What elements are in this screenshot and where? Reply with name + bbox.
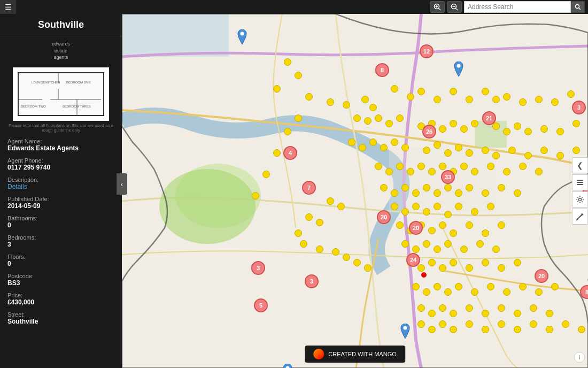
property-marker-yellow[interactable] — [466, 304, 473, 312]
property-marker-yellow[interactable] — [380, 144, 388, 151]
cluster-marker-pink[interactable]: 7 — [302, 181, 316, 195]
property-marker-yellow[interactable] — [423, 184, 430, 191]
location-pin-blue[interactable] — [453, 62, 464, 78]
property-marker-yellow[interactable] — [471, 208, 478, 216]
property-marker-yellow[interactable] — [353, 259, 361, 266]
property-marker-yellow[interactable] — [535, 96, 543, 103]
property-marker-yellow[interactable] — [482, 229, 489, 237]
property-marker-yellow[interactable] — [305, 93, 313, 101]
property-marker-yellow[interactable] — [540, 147, 548, 154]
property-marker-yellow[interactable] — [450, 229, 457, 237]
property-marker-yellow[interactable] — [460, 125, 468, 133]
cluster-marker-pink[interactable]: 5 — [254, 298, 268, 312]
property-marker-yellow[interactable] — [578, 326, 585, 333]
property-marker-yellow[interactable] — [455, 189, 462, 197]
property-marker-yellow[interactable] — [428, 227, 436, 234]
property-marker-yellow[interactable] — [262, 171, 270, 178]
property-marker-yellow[interactable] — [295, 114, 302, 122]
property-marker-yellow[interactable] — [519, 283, 527, 290]
property-marker-yellow[interactable] — [434, 189, 441, 197]
property-marker-yellow[interactable] — [385, 120, 393, 127]
property-marker-yellow[interactable] — [423, 240, 430, 248]
property-marker-yellow[interactable] — [551, 283, 559, 290]
property-marker-yellow[interactable] — [401, 144, 409, 151]
property-marker-yellow[interactable] — [407, 93, 414, 101]
property-marker-yellow[interactable] — [503, 288, 510, 296]
property-marker-yellow[interactable] — [487, 163, 494, 170]
property-marker-yellow[interactable] — [546, 310, 553, 317]
property-marker-yellow[interactable] — [503, 93, 510, 101]
property-marker-yellow[interactable] — [444, 288, 452, 296]
layers-button[interactable] — [572, 174, 588, 190]
property-marker-yellow[interactable] — [466, 149, 473, 157]
property-marker-yellow[interactable] — [482, 326, 489, 333]
property-marker-yellow[interactable] — [562, 320, 569, 328]
property-marker-yellow[interactable] — [364, 117, 372, 125]
collapse-map-button[interactable]: ❮ — [572, 157, 588, 173]
property-marker-yellow[interactable] — [487, 203, 494, 210]
property-marker-yellow[interactable] — [498, 304, 505, 312]
cluster-marker-pink[interactable]: 3 — [305, 274, 319, 288]
property-marker-yellow[interactable] — [423, 208, 430, 216]
property-marker-yellow[interactable] — [514, 259, 521, 266]
collapse-sidebar-button[interactable]: ‹ — [117, 173, 127, 195]
property-marker-yellow[interactable] — [396, 114, 404, 122]
property-marker-yellow[interactable] — [466, 184, 473, 191]
property-marker-yellow[interactable] — [498, 221, 505, 229]
property-marker-yellow[interactable] — [556, 128, 564, 135]
property-marker-yellow[interactable] — [332, 248, 339, 256]
property-marker-yellow[interactable] — [439, 163, 446, 170]
property-marker-yellow[interactable] — [471, 120, 478, 127]
property-marker-yellow[interactable] — [519, 163, 527, 170]
cluster-marker-pink[interactable]: 12 — [420, 44, 434, 58]
property-marker-yellow[interactable] — [407, 168, 414, 175]
property-marker-yellow[interactable] — [466, 221, 473, 229]
property-marker-yellow[interactable] — [391, 85, 398, 93]
property-marker-yellow[interactable] — [482, 259, 489, 266]
property-marker-yellow[interactable] — [327, 197, 334, 205]
property-marker-yellow[interactable] — [444, 184, 452, 191]
property-marker-yellow[interactable] — [434, 283, 441, 290]
property-marker-yellow[interactable] — [514, 122, 521, 130]
property-marker-yellow[interactable] — [466, 96, 473, 103]
property-marker-yellow[interactable] — [295, 72, 302, 79]
property-marker-yellow[interactable] — [385, 168, 393, 175]
cluster-marker-pink[interactable]: 21 — [482, 111, 496, 125]
property-marker-yellow[interactable] — [439, 304, 446, 312]
property-marker-yellow[interactable] — [514, 326, 521, 333]
property-marker-yellow[interactable] — [361, 96, 369, 103]
property-marker-yellow[interactable] — [423, 147, 430, 154]
property-marker-yellow[interactable] — [498, 184, 505, 191]
property-marker-yellow[interactable] — [450, 88, 457, 95]
property-marker-yellow[interactable] — [476, 240, 484, 248]
property-marker-yellow[interactable] — [417, 320, 425, 328]
property-marker-yellow[interactable] — [434, 141, 441, 149]
property-marker-yellow[interactable] — [482, 147, 489, 154]
zoom-out-button[interactable] — [447, 1, 462, 13]
property-marker-yellow[interactable] — [391, 189, 398, 197]
property-marker-yellow[interactable] — [375, 163, 382, 170]
cluster-marker-pink[interactable]: 24 — [406, 253, 420, 267]
property-marker-yellow[interactable] — [439, 320, 446, 328]
property-marker-yellow[interactable] — [551, 98, 559, 106]
property-marker-yellow[interactable] — [327, 98, 334, 106]
property-marker-yellow[interactable] — [428, 168, 436, 175]
location-pin-blue[interactable] — [237, 29, 247, 46]
property-marker-yellow[interactable] — [460, 246, 468, 253]
property-marker-yellow[interactable] — [498, 320, 505, 328]
property-marker-yellow[interactable] — [412, 283, 420, 290]
cluster-marker-pink[interactable]: 20 — [377, 210, 391, 224]
property-marker-yellow[interactable] — [434, 246, 441, 253]
property-marker-yellow[interactable] — [369, 104, 377, 111]
property-marker-yellow[interactable] — [434, 96, 441, 103]
property-marker-yellow[interactable] — [444, 240, 452, 248]
property-marker-yellow[interactable] — [482, 88, 489, 95]
property-marker-yellow[interactable] — [514, 189, 521, 197]
property-marker-yellow[interactable] — [450, 310, 457, 317]
property-marker-yellow[interactable] — [444, 211, 452, 218]
property-marker-yellow[interactable] — [471, 288, 478, 296]
property-marker-yellow[interactable] — [417, 163, 425, 170]
property-marker-yellow[interactable] — [439, 264, 446, 272]
map-container[interactable]: 4812262020243321338720353443336 CREATED … — [122, 14, 588, 368]
info-button[interactable]: i — [574, 352, 585, 363]
